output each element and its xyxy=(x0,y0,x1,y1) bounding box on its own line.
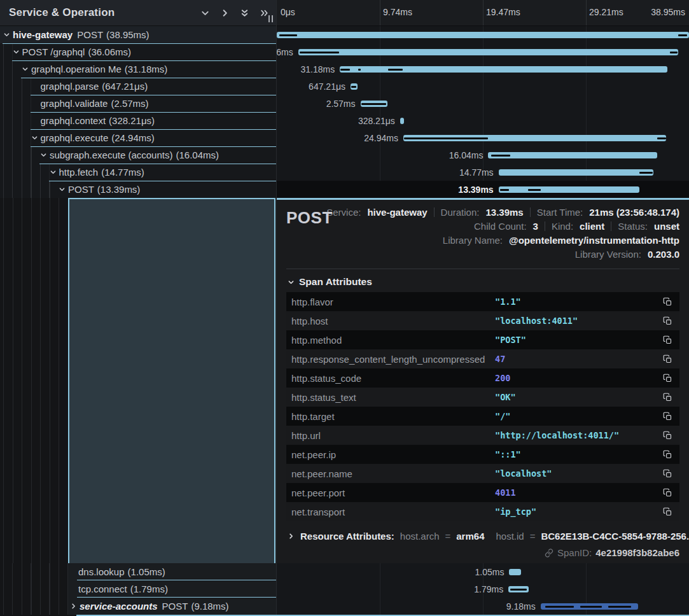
span-row-http-fetch[interactable]: http.fetch (14.77ms) xyxy=(0,164,276,181)
span-row-graphql-validate[interactable]: graphql.validate (2.57ms) xyxy=(0,95,276,112)
collapse-one-chevron-down-icon[interactable] xyxy=(200,8,211,18)
chevron-right-icon[interactable] xyxy=(70,601,80,611)
copy-icon[interactable] xyxy=(662,410,673,422)
meta-value: hive-gateway xyxy=(367,207,427,218)
span-row-graphql-operation-me[interactable]: graphql.operation Me (31.18ms) xyxy=(0,60,276,78)
meta-label: Start Time: xyxy=(537,207,583,218)
operation-name: POST /graphql xyxy=(22,46,85,57)
span-bar[interactable] xyxy=(509,569,520,575)
span-bar[interactable] xyxy=(499,186,639,193)
copy-icon[interactable] xyxy=(662,353,673,365)
attribute-row: http.host"localhost:4011" xyxy=(286,311,679,330)
copy-icon[interactable] xyxy=(662,391,673,403)
span-bar[interactable] xyxy=(499,169,654,176)
span-row-subgraph-execute-accounts[interactable]: subgraph.execute (accounts) (16.04ms) xyxy=(0,146,276,164)
chevron-down-icon[interactable] xyxy=(31,133,41,143)
expand-one-chevron-right-icon[interactable] xyxy=(219,8,230,18)
copy-icon[interactable] xyxy=(662,315,673,326)
span-row-service-accounts-post[interactable]: service-accounts POST (9.18ms) xyxy=(0,598,276,615)
copy-icon[interactable] xyxy=(662,334,673,346)
resource-value: arm64 xyxy=(456,531,484,542)
timeline-row[interactable]: 328.21μs xyxy=(277,112,689,129)
attribute-key: http.host xyxy=(291,316,495,326)
row-rule xyxy=(21,78,276,78)
copy-icon[interactable] xyxy=(662,430,673,441)
duration-label: 9.18ms xyxy=(506,601,536,612)
timeline-row[interactable]: 14.77ms xyxy=(277,164,689,181)
time-tick: 0μs xyxy=(281,7,295,17)
attribute-row: net.peer.ip"::1" xyxy=(286,445,679,464)
resource-attributes-row[interactable]: Resource Attributes: host.arch = arm64 h… xyxy=(288,531,679,542)
timeline-row[interactable]: 31.18ms xyxy=(277,60,689,78)
attribute-value: "OK" xyxy=(495,392,516,402)
span-row-graphql-parse[interactable]: graphql.parse (647.21μs) xyxy=(0,78,276,95)
duration-label: 328.21μs xyxy=(358,116,395,126)
equals-sign: = xyxy=(530,531,536,542)
time-tick: 29.21ms xyxy=(589,7,623,17)
copy-icon[interactable] xyxy=(662,296,673,307)
collapse-all-double-chevron-down-icon[interactable] xyxy=(239,8,250,18)
operation-name: tcp.connect xyxy=(78,584,127,594)
copy-icon[interactable] xyxy=(662,506,673,517)
span-row-post-graphql[interactable]: POST /graphql (36.06ms) xyxy=(0,43,276,60)
span-bar[interactable] xyxy=(488,152,657,158)
operation-name: POST xyxy=(162,601,188,612)
resource-value: BC62E13B-C4CC-5854-9788-256... xyxy=(541,531,689,542)
chevron-down-icon[interactable] xyxy=(50,167,59,177)
chevron-down-icon[interactable] xyxy=(40,150,50,160)
attribute-row: net.peer.port4011 xyxy=(286,483,679,502)
span-duration: (13.39ms) xyxy=(97,184,141,195)
chevron-down-icon[interactable] xyxy=(13,47,22,57)
chevron-down-icon[interactable] xyxy=(3,30,13,39)
span-row-post-selected[interactable]: POST (13.39ms) xyxy=(0,181,276,198)
meta-label: Library Version: xyxy=(575,249,641,260)
attribute-value: 200 xyxy=(495,373,510,383)
timeline-row[interactable]: 24.94ms xyxy=(277,129,689,146)
span-row-tcp-connect[interactable]: tcp.connect (1.79ms) xyxy=(0,580,276,598)
timeline-row[interactable]: 647.21μs xyxy=(277,78,689,95)
chevron-down-icon[interactable] xyxy=(59,185,68,194)
span-bars: 38.95ms 36.06ms 31.18ms 647.21μs 2.57ms … xyxy=(277,26,689,198)
span-detail-left-panel xyxy=(68,198,275,563)
span-detail-panel: POST Service:hive-gateway Duration:13.39… xyxy=(277,198,689,563)
span-row-dns-lookup[interactable]: dns.lookup (1.05ms) xyxy=(0,563,276,580)
span-attributes-header[interactable]: Span Attributes xyxy=(288,276,679,288)
attribute-key: http.url xyxy=(291,430,495,441)
span-duration: (2.57ms) xyxy=(111,98,148,109)
timeline-row[interactable]: 2.57ms xyxy=(277,95,689,112)
span-bar[interactable] xyxy=(277,32,689,38)
service-name: service-accounts xyxy=(80,601,158,612)
span-row-hive-gateway-post[interactable]: hive-gateway POST (38.95ms) xyxy=(0,26,276,43)
meta-value: unset xyxy=(654,221,679,232)
timeline-row[interactable]: 9.18ms xyxy=(277,598,689,615)
operation-name: POST xyxy=(68,184,94,195)
span-bar[interactable] xyxy=(298,49,678,55)
chevron-down-icon[interactable] xyxy=(22,64,31,74)
divider xyxy=(434,207,435,217)
chevron-right-icon xyxy=(288,533,295,540)
span-bar[interactable] xyxy=(400,118,404,124)
timeline-row[interactable]: 36.06ms xyxy=(277,43,689,60)
copy-icon[interactable] xyxy=(662,468,673,479)
copy-icon[interactable] xyxy=(662,372,673,384)
timeline-row-selected[interactable]: 13.39ms xyxy=(277,181,689,198)
span-row-graphql-context[interactable]: graphql.context (328.21μs) xyxy=(0,112,276,129)
timeline-row[interactable]: 1.79ms xyxy=(277,580,689,598)
operation-name: graphql.operation Me xyxy=(31,64,122,74)
gridline xyxy=(483,0,484,25)
timeline-row[interactable]: 1.05ms xyxy=(277,563,689,580)
copy-icon[interactable] xyxy=(662,487,673,498)
row-rule xyxy=(31,112,277,113)
span-duration: (328.21μs) xyxy=(109,115,155,126)
attribute-value: 47 xyxy=(495,354,505,364)
span-row-graphql-execute[interactable]: graphql.execute (24.94ms) xyxy=(0,129,276,146)
pane-resize-handle[interactable] xyxy=(268,15,273,22)
copy-icon[interactable] xyxy=(662,449,673,460)
tree-header-title: Service & Operation xyxy=(9,6,115,19)
timeline-row[interactable]: 38.95ms xyxy=(277,26,689,43)
attribute-value: "/" xyxy=(495,411,510,421)
timeline-row[interactable]: 16.04ms xyxy=(277,146,689,164)
span-attributes-title: Span Attributes xyxy=(299,276,372,288)
timeline-pane: 0μs 9.74ms 19.47ms 29.21ms 38.95ms 38.95… xyxy=(276,0,689,616)
attribute-row: net.transport"ip_tcp" xyxy=(286,502,679,521)
